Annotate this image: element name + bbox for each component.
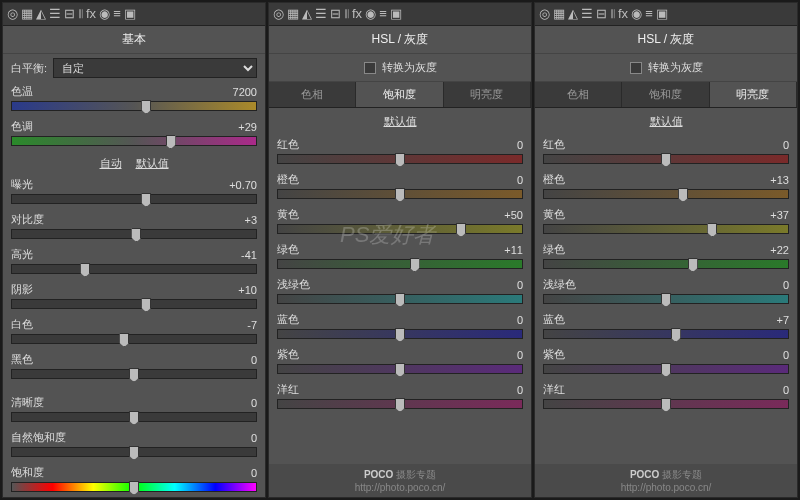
slider-track[interactable] (543, 259, 789, 269)
tab-2[interactable]: 明亮度 (444, 82, 531, 107)
slider-thumb[interactable] (395, 363, 405, 377)
slider-track[interactable] (277, 364, 523, 374)
toolbar-icon[interactable]: ◎ (7, 6, 18, 22)
slider-track[interactable] (543, 224, 789, 234)
slider-value[interactable]: 7200 (223, 86, 257, 98)
toolbar-icon[interactable]: ≡ (379, 6, 387, 22)
slider-track[interactable] (277, 189, 523, 199)
slider-track[interactable] (11, 101, 257, 111)
toolbar-icon[interactable]: ▣ (390, 6, 402, 22)
tab-1[interactable]: 饱和度 (356, 82, 443, 107)
white-balance-select[interactable]: 自定 (53, 58, 257, 78)
slider-track[interactable] (277, 399, 523, 409)
default-link[interactable]: 默认值 (535, 108, 797, 135)
toolbar-icon[interactable]: ◭ (302, 6, 312, 22)
slider-thumb[interactable] (395, 293, 405, 307)
checkbox-icon[interactable] (630, 62, 642, 74)
toolbar-icon[interactable]: ⊟ (64, 6, 75, 22)
slider-track[interactable] (543, 154, 789, 164)
toolbar-icon[interactable]: ▦ (21, 6, 33, 22)
toolbar-icon[interactable]: fx (86, 6, 96, 22)
slider-thumb[interactable] (395, 188, 405, 202)
slider-value[interactable]: 0 (755, 349, 789, 361)
slider-track[interactable] (11, 369, 257, 379)
toolbar-icon[interactable]: ⦀ (610, 6, 615, 22)
slider-thumb[interactable] (671, 328, 681, 342)
toolbar-icon[interactable]: ≡ (113, 6, 121, 22)
slider-thumb[interactable] (661, 153, 671, 167)
slider-value[interactable]: +29 (223, 121, 257, 133)
slider-value[interactable]: +0.70 (223, 179, 257, 191)
slider-thumb[interactable] (166, 135, 176, 149)
slider-thumb[interactable] (141, 298, 151, 312)
slider-thumb[interactable] (129, 368, 139, 382)
slider-thumb[interactable] (141, 193, 151, 207)
slider-value[interactable]: 0 (223, 467, 257, 479)
toolbar-icon[interactable]: ≡ (645, 6, 653, 22)
slider-value[interactable]: 0 (489, 384, 523, 396)
slider-value[interactable]: +7 (755, 314, 789, 326)
toolbar-icon[interactable]: ▦ (287, 6, 299, 22)
slider-value[interactable]: -41 (223, 249, 257, 261)
slider-value[interactable]: 0 (489, 174, 523, 186)
toolbar-icon[interactable]: ⦀ (344, 6, 349, 22)
slider-thumb[interactable] (456, 223, 466, 237)
toolbar-icon[interactable]: ◉ (631, 6, 642, 22)
slider-track[interactable] (11, 482, 257, 492)
slider-thumb[interactable] (131, 228, 141, 242)
toolbar-icon[interactable]: fx (618, 6, 628, 22)
convert-grayscale-row[interactable]: 转换为灰度 (535, 54, 797, 82)
auto-button[interactable]: 自动 (100, 156, 122, 171)
slider-thumb[interactable] (410, 258, 420, 272)
toolbar-icon[interactable]: fx (352, 6, 362, 22)
slider-thumb[interactable] (129, 411, 139, 425)
slider-value[interactable]: +50 (489, 209, 523, 221)
slider-track[interactable] (543, 189, 789, 199)
slider-thumb[interactable] (395, 153, 405, 167)
slider-track[interactable] (11, 412, 257, 422)
slider-thumb[interactable] (661, 293, 671, 307)
toolbar-icon[interactable]: ▦ (553, 6, 565, 22)
toolbar-icon[interactable]: ⊟ (596, 6, 607, 22)
toolbar-icon[interactable]: ◭ (36, 6, 46, 22)
slider-value[interactable]: 0 (489, 349, 523, 361)
slider-thumb[interactable] (678, 188, 688, 202)
slider-thumb[interactable] (80, 263, 90, 277)
toolbar-icon[interactable]: ◉ (99, 6, 110, 22)
slider-thumb[interactable] (129, 481, 139, 495)
slider-track[interactable] (11, 194, 257, 204)
convert-grayscale-row[interactable]: 转换为灰度 (269, 54, 531, 82)
slider-value[interactable]: 0 (755, 279, 789, 291)
toolbar-icon[interactable]: ◎ (539, 6, 550, 22)
slider-thumb[interactable] (129, 446, 139, 460)
toolbar-icon[interactable]: ▣ (124, 6, 136, 22)
slider-track[interactable] (11, 136, 257, 146)
toolbar-icon[interactable]: ▣ (656, 6, 668, 22)
slider-value[interactable]: 0 (223, 432, 257, 444)
slider-value[interactable]: 0 (223, 397, 257, 409)
slider-thumb[interactable] (395, 328, 405, 342)
slider-track[interactable] (11, 299, 257, 309)
slider-track[interactable] (11, 334, 257, 344)
slider-value[interactable]: 0 (223, 354, 257, 366)
tab-2[interactable]: 明亮度 (710, 82, 797, 107)
slider-track[interactable] (277, 329, 523, 339)
slider-track[interactable] (543, 294, 789, 304)
slider-track[interactable] (543, 364, 789, 374)
slider-track[interactable] (277, 259, 523, 269)
slider-thumb[interactable] (688, 258, 698, 272)
slider-value[interactable]: +37 (755, 209, 789, 221)
slider-track[interactable] (277, 154, 523, 164)
slider-thumb[interactable] (661, 398, 671, 412)
slider-track[interactable] (11, 264, 257, 274)
slider-value[interactable]: 0 (755, 384, 789, 396)
checkbox-icon[interactable] (364, 62, 376, 74)
default-link[interactable]: 默认值 (269, 108, 531, 135)
toolbar-icon[interactable]: ◭ (568, 6, 578, 22)
slider-value[interactable]: +22 (755, 244, 789, 256)
toolbar-icon[interactable]: ☰ (49, 6, 61, 22)
slider-track[interactable] (277, 294, 523, 304)
tab-0[interactable]: 色相 (535, 82, 622, 107)
slider-value[interactable]: +11 (489, 244, 523, 256)
slider-thumb[interactable] (707, 223, 717, 237)
